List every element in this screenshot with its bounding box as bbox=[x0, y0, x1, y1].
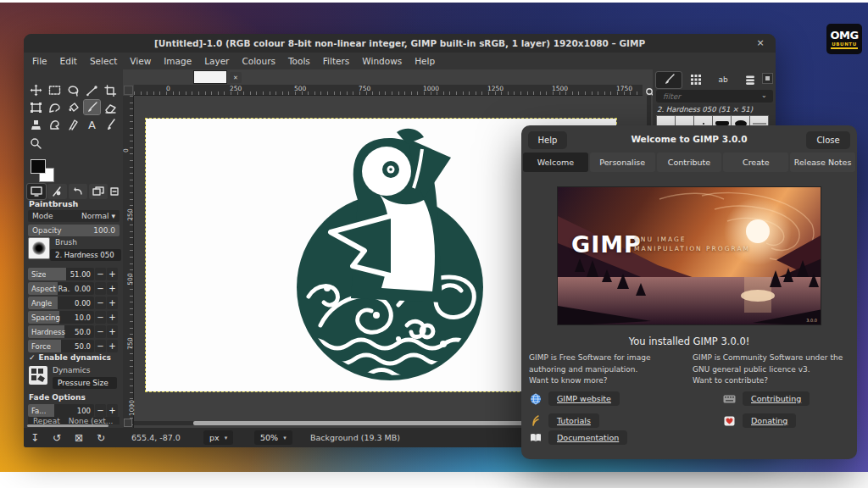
transform-tool-icon[interactable] bbox=[28, 100, 44, 114]
smudge-tool-icon[interactable] bbox=[47, 117, 63, 131]
reset-icon[interactable]: ↻ bbox=[90, 432, 112, 444]
tool-options-title: Paintbrush bbox=[29, 199, 78, 208]
menu-windows[interactable]: Windows bbox=[362, 56, 402, 66]
crop-tool-icon[interactable] bbox=[103, 83, 119, 97]
image-tab-close-icon[interactable]: ✕ bbox=[230, 72, 242, 83]
tab-release-notes[interactable]: Release Notes bbox=[790, 152, 855, 172]
plus-button[interactable]: + bbox=[107, 325, 118, 338]
hardness-slider[interactable]: Hardness 50.0 − + bbox=[28, 325, 120, 338]
minus-button[interactable]: − bbox=[95, 282, 106, 295]
gradients-tab-icon[interactable] bbox=[737, 72, 763, 88]
unit-dropdown[interactable]: px ▾ bbox=[203, 430, 233, 445]
delete-icon[interactable]: ⊠ bbox=[68, 432, 90, 444]
fonts-tab-icon[interactable]: ab bbox=[710, 72, 736, 88]
eraser-tool-icon[interactable] bbox=[103, 100, 119, 114]
undo-history-toggle-icon[interactable] bbox=[69, 184, 87, 199]
desktop: OMG UBUNTU [Untitled]-1.0 (RGB colour 8-… bbox=[0, 0, 868, 488]
zoom-dropdown[interactable]: 50% ▾ bbox=[254, 430, 292, 445]
minus-button[interactable]: − bbox=[95, 311, 106, 324]
minus-button[interactable]: − bbox=[95, 297, 106, 309]
paintbrush-tool-icon[interactable] bbox=[84, 100, 100, 114]
menu-tools[interactable]: Tools bbox=[288, 56, 310, 66]
brush-value[interactable]: 2. Hardness 050 bbox=[50, 249, 121, 261]
menu-edit[interactable]: Edit bbox=[60, 56, 77, 66]
badge-text-omg: OMG bbox=[830, 30, 858, 41]
revert-icon[interactable]: ↺ bbox=[46, 432, 68, 444]
plus-button[interactable]: + bbox=[107, 282, 118, 295]
tool-options-scrollbar[interactable] bbox=[27, 424, 108, 427]
horizontal-ruler[interactable]: 0 250 500 750 1000 1250 1500 1750 bbox=[134, 85, 643, 96]
menu-select[interactable]: Select bbox=[90, 56, 117, 66]
zoom-tool-icon[interactable] bbox=[28, 136, 44, 151]
ruler-corner-button[interactable] bbox=[124, 86, 133, 95]
minus-button[interactable]: − bbox=[95, 268, 106, 280]
plus-button[interactable]: + bbox=[107, 311, 118, 324]
gimp-website-link[interactable]: GIMP website bbox=[529, 391, 620, 406]
foreground-color-swatch[interactable] bbox=[31, 159, 46, 174]
title-bar[interactable]: [Untitled]-1.0 (RGB colour 8-bit non-lin… bbox=[24, 34, 776, 53]
close-button[interactable]: Close bbox=[806, 131, 850, 149]
menu-filters[interactable]: Filters bbox=[323, 56, 349, 66]
warp-transform-tool-icon[interactable] bbox=[47, 100, 63, 114]
plus-button[interactable]: + bbox=[107, 340, 118, 352]
menu-colours[interactable]: Colours bbox=[242, 56, 275, 66]
dynamics-value[interactable]: Pressure Size bbox=[53, 377, 117, 389]
dynamics-icon[interactable] bbox=[29, 366, 47, 385]
menu-layer[interactable]: Layer bbox=[204, 56, 229, 66]
free-select-tool-icon[interactable] bbox=[65, 83, 81, 97]
menu-help[interactable]: Help bbox=[415, 56, 435, 66]
minus-button[interactable]: − bbox=[95, 325, 106, 338]
window-close-button[interactable]: × bbox=[754, 36, 767, 50]
tool-options-toggle-icon[interactable] bbox=[27, 184, 46, 199]
angle-slider[interactable]: Angle 0.00 − + bbox=[28, 297, 120, 309]
device-status-toggle-icon[interactable] bbox=[47, 184, 66, 199]
plus-button[interactable]: + bbox=[107, 268, 118, 280]
dock-menu-icon[interactable] bbox=[762, 73, 773, 84]
size-slider[interactable]: Size 51.00 − + bbox=[28, 268, 120, 280]
bucket-fill-tool-icon[interactable] bbox=[65, 100, 81, 114]
color-swatches[interactable] bbox=[31, 159, 59, 185]
text-tool-icon[interactable]: A bbox=[84, 117, 100, 131]
spacing-slider[interactable]: Spacing 10.0 − + bbox=[28, 311, 120, 324]
mode-dropdown[interactable]: Mode Normal ▾ bbox=[28, 210, 120, 222]
images-toggle-icon[interactable] bbox=[89, 184, 108, 199]
save-tool-preset-icon[interactable]: ↧ bbox=[24, 432, 46, 444]
enable-dynamics-checkbox[interactable]: ✓ Enable dynamics bbox=[29, 353, 111, 362]
force-slider[interactable]: Force 50.0 − + bbox=[28, 340, 120, 352]
brush-thumbnail[interactable] bbox=[28, 237, 50, 259]
ink-tool-icon[interactable] bbox=[103, 117, 119, 131]
donating-link[interactable]: Donating bbox=[723, 413, 796, 428]
move-tool-icon[interactable] bbox=[28, 83, 44, 97]
tab-create[interactable]: Create bbox=[723, 152, 788, 172]
mypaint-brush-tool-icon[interactable] bbox=[65, 117, 81, 131]
contributing-link[interactable]: Contributing bbox=[723, 391, 810, 406]
tutorials-link[interactable]: Tutorials bbox=[529, 413, 599, 428]
plus-button[interactable]: + bbox=[107, 404, 118, 417]
brushes-tab-icon[interactable] bbox=[656, 72, 682, 88]
tab-personalise[interactable]: Personalise bbox=[590, 152, 655, 172]
paths-tool-icon[interactable] bbox=[84, 83, 100, 97]
clone-tool-icon[interactable] bbox=[28, 117, 44, 131]
opacity-slider[interactable]: Opacity 100.0 bbox=[28, 225, 120, 236]
dockable-menu-icon[interactable] bbox=[109, 184, 120, 199]
rectangle-select-tool-icon[interactable] bbox=[47, 83, 63, 97]
plus-button[interactable]: + bbox=[107, 297, 118, 309]
aspect-ratio-slider[interactable]: Aspect Ra... 0.00 − + bbox=[28, 282, 120, 295]
quick-mask-toggle[interactable] bbox=[124, 419, 132, 427]
vertical-ruler[interactable]: 0 250 500 750 1000 bbox=[123, 96, 134, 428]
tab-contribute[interactable]: Contribute bbox=[657, 152, 722, 172]
repeat-dropdown[interactable]: Repeat None (ext... bbox=[28, 417, 120, 424]
patterns-tab-icon[interactable] bbox=[683, 72, 709, 88]
brush-filter-input[interactable] bbox=[656, 90, 773, 103]
menu-file[interactable]: File bbox=[32, 56, 47, 66]
documentation-link[interactable]: Documentation bbox=[529, 430, 627, 445]
menu-image[interactable]: Image bbox=[164, 56, 192, 66]
tab-welcome[interactable]: Welcome bbox=[523, 152, 588, 172]
chevron-down-icon: ▾ bbox=[225, 435, 228, 441]
image-tab-thumbnail[interactable] bbox=[193, 70, 227, 84]
minus-button[interactable]: − bbox=[95, 340, 106, 352]
dialog-right-text: GIMP is Community Software under the GNU… bbox=[693, 352, 850, 387]
fade-length-slider[interactable]: Fa... 100 − + bbox=[28, 404, 120, 417]
menu-view[interactable]: View bbox=[130, 56, 151, 66]
minus-button[interactable]: − bbox=[95, 404, 106, 417]
